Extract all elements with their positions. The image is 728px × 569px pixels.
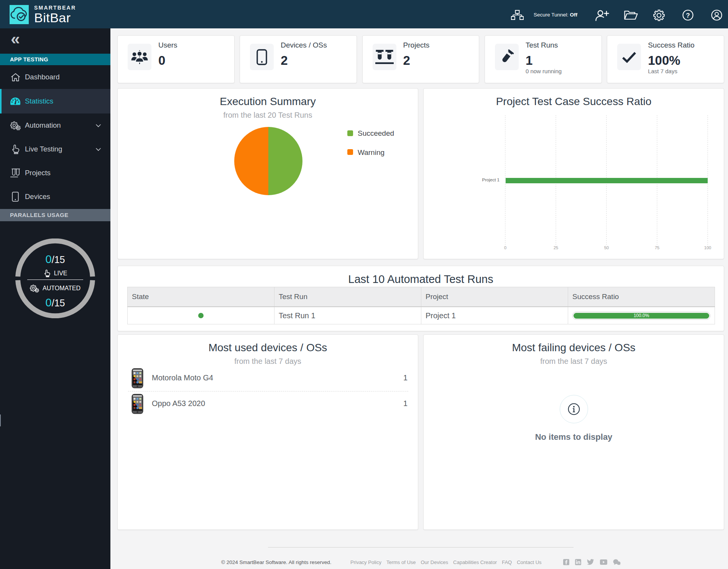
svg-text:50: 50 (604, 245, 609, 250)
svg-text:?: ? (686, 12, 690, 19)
svg-text:100: 100 (704, 245, 711, 250)
svg-text:25: 25 (554, 245, 558, 250)
svg-text:Project 1: Project 1 (482, 178, 500, 182)
svg-text:0: 0 (504, 245, 506, 250)
svg-text:75: 75 (655, 245, 659, 250)
